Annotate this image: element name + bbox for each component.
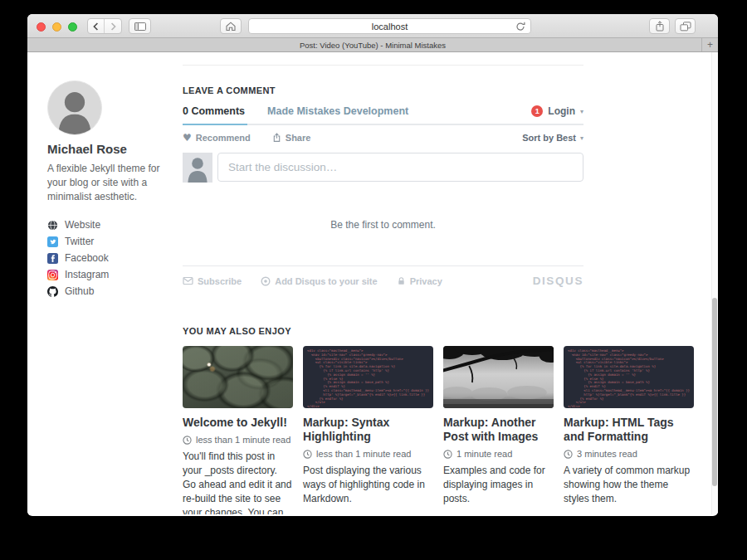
subscribe-label: Subscribe bbox=[198, 276, 242, 286]
tab-overview-button[interactable] bbox=[675, 18, 696, 34]
minimize-window-button[interactable] bbox=[52, 22, 61, 32]
globe-icon bbox=[47, 220, 58, 231]
desktop-background: localhost bbox=[0, 0, 747, 560]
comments-section-heading: LEAVE A COMMENT bbox=[183, 85, 694, 95]
post-read-time: 3 minutes read bbox=[564, 449, 694, 459]
subscribe-button[interactable]: Subscribe bbox=[183, 276, 242, 286]
disqus-footer-divider bbox=[183, 265, 583, 266]
author-links: Website Twitter Facebook bbox=[47, 217, 180, 299]
sidebar-link-website[interactable]: Website bbox=[47, 217, 180, 233]
sidebar-link-github[interactable]: Github bbox=[47, 283, 180, 299]
related-posts-grid: Welcome to Jekyll! less than 1 minute re… bbox=[183, 346, 694, 514]
instagram-icon bbox=[47, 270, 58, 280]
add-disqus-link[interactable]: Add Disqus to your site bbox=[261, 276, 377, 286]
read-time-label: 3 minutes read bbox=[577, 449, 637, 459]
post-thumbnail-moss bbox=[183, 346, 293, 408]
author-bio: A flexible Jekyll theme for your blog or… bbox=[47, 162, 173, 204]
disqus-share-button[interactable]: Share bbox=[272, 133, 311, 143]
post-title-link[interactable]: Welcome to Jekyll! bbox=[183, 416, 293, 430]
forward-button[interactable] bbox=[105, 19, 121, 33]
chevron-left-icon bbox=[93, 22, 99, 31]
commenter-avatar bbox=[183, 153, 212, 183]
read-time-label: less than 1 minute read bbox=[316, 449, 411, 459]
post-title-link[interactable]: Markup: Syntax Highlighting bbox=[303, 416, 433, 444]
related-post-card[interactable]: Markup: Another Post with Images 1 minut… bbox=[443, 346, 554, 514]
sidebar-link-label: Instagram bbox=[65, 269, 109, 280]
github-icon bbox=[47, 286, 58, 297]
disqus-logo: DISQUS bbox=[533, 275, 583, 287]
main-column: LEAVE A COMMENT 0 Comments Made Mistakes… bbox=[183, 52, 694, 514]
sidebar-link-facebook[interactable]: Facebook bbox=[47, 250, 180, 266]
author-avatar bbox=[47, 80, 102, 135]
empty-comments-message: Be the first to comment. bbox=[183, 219, 583, 231]
disqus-tabs: 0 Comments Made Mistakes Development 1 L… bbox=[183, 105, 583, 125]
reload-icon bbox=[515, 22, 525, 32]
recommend-label: Recommend bbox=[196, 133, 251, 143]
post-thumbnail-code: <div class="masthead__menu"> <nav id="si… bbox=[564, 346, 694, 408]
tabs-icon bbox=[680, 22, 691, 32]
comment-input[interactable] bbox=[217, 153, 583, 182]
chevron-down-icon: ▾ bbox=[580, 134, 583, 142]
post-thumbnail-fog bbox=[443, 346, 554, 408]
sidebar-link-label: Twitter bbox=[65, 236, 94, 247]
heart-icon: ♥ bbox=[183, 133, 192, 143]
history-nav-group bbox=[87, 18, 122, 34]
post-read-time: 1 minute read bbox=[443, 449, 554, 459]
post-excerpt: Examples and code for displaying images … bbox=[443, 464, 554, 506]
login-button[interactable]: 1 Login ▾ bbox=[531, 105, 583, 124]
lock-icon bbox=[397, 276, 406, 286]
browser-tab[interactable]: Post: Video (YouTube) - Minimal Mistakes bbox=[300, 41, 446, 50]
back-button[interactable] bbox=[88, 19, 105, 33]
sort-dropdown[interactable]: Sort by Best ▾ bbox=[522, 133, 583, 143]
address-bar[interactable]: localhost bbox=[248, 18, 531, 34]
privacy-label: Privacy bbox=[410, 276, 442, 286]
close-window-button[interactable] bbox=[37, 22, 46, 32]
disqus-actions-row: ♥ Recommend Share Sort by Best bbox=[183, 133, 583, 143]
new-tab-button[interactable]: + bbox=[701, 38, 718, 51]
chevron-right-icon bbox=[110, 22, 116, 31]
related-post-card[interactable]: <div class="masthead__menu"> <nav id="si… bbox=[564, 346, 694, 514]
home-icon bbox=[225, 21, 237, 32]
person-silhouette-icon bbox=[48, 81, 101, 134]
code-snippet: <div class="masthead__menu"> <nav id="si… bbox=[307, 349, 429, 408]
reload-button[interactable] bbox=[515, 22, 525, 32]
person-silhouette-icon bbox=[183, 153, 212, 183]
post-thumbnail-code: <div class="masthead__menu"> <nav id="si… bbox=[303, 346, 433, 408]
twitter-icon bbox=[47, 236, 58, 247]
zoom-window-button[interactable] bbox=[68, 22, 77, 32]
post-title-link[interactable]: Markup: Another Post with Images bbox=[443, 416, 554, 444]
scrollbar-thumb[interactable] bbox=[712, 298, 717, 486]
share-arrow-icon bbox=[272, 133, 281, 143]
related-post-card[interactable]: Welcome to Jekyll! less than 1 minute re… bbox=[183, 346, 293, 514]
recommend-button[interactable]: ♥ Recommend bbox=[183, 133, 251, 143]
comment-compose-row bbox=[183, 153, 583, 183]
sidebar-icon bbox=[134, 22, 146, 31]
clock-icon bbox=[564, 450, 573, 459]
post-excerpt: Post displaying the various ways of high… bbox=[303, 464, 433, 506]
login-label: Login bbox=[548, 105, 575, 117]
post-title-link[interactable]: Markup: HTML Tags and Formatting bbox=[564, 416, 694, 444]
sidebar-link-instagram[interactable]: Instagram bbox=[47, 266, 180, 283]
sort-label: Sort by Best bbox=[522, 133, 576, 143]
privacy-link[interactable]: Privacy bbox=[397, 276, 442, 286]
post-excerpt: You'll find this post in your _posts dir… bbox=[183, 450, 293, 514]
community-tab[interactable]: Made Mistakes Development bbox=[267, 105, 408, 124]
read-time-label: 1 minute read bbox=[456, 449, 512, 459]
share-label: Share bbox=[286, 133, 311, 143]
notification-badge: 1 bbox=[531, 105, 543, 117]
add-disqus-label: Add Disqus to your site bbox=[275, 276, 377, 286]
sidebar-toggle-button[interactable] bbox=[129, 18, 151, 34]
sidebar-link-twitter[interactable]: Twitter bbox=[47, 233, 180, 250]
tab-bar: Post: Video (YouTube) - Minimal Mistakes… bbox=[27, 38, 718, 52]
share-button[interactable] bbox=[649, 18, 670, 34]
disqus-circle-icon bbox=[261, 276, 271, 286]
post-excerpt: A variety of common markup showing how t… bbox=[564, 464, 694, 506]
related-post-card[interactable]: <div class="masthead__menu"> <nav id="si… bbox=[303, 346, 433, 514]
foggy-tree-photo bbox=[443, 346, 554, 408]
share-icon bbox=[655, 21, 665, 32]
sidebar-link-label: Website bbox=[65, 219, 100, 231]
comment-count-tab[interactable]: 0 Comments bbox=[183, 105, 247, 125]
home-button[interactable] bbox=[220, 18, 242, 34]
clock-icon bbox=[183, 436, 192, 445]
envelope-icon bbox=[183, 276, 193, 285]
